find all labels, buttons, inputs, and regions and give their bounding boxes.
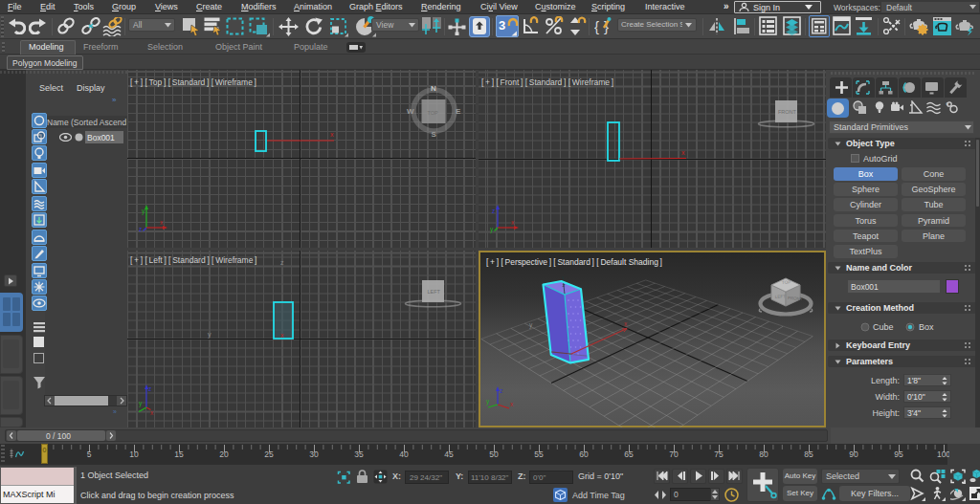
- svg-text:W: W: [407, 107, 414, 116]
- svg-text:z: z: [139, 226, 142, 232]
- svg-text:x: x: [511, 219, 515, 226]
- svg-text:{: {: [594, 18, 599, 34]
- svg-text:y: y: [139, 400, 143, 407]
- svg-text:TOP: TOP: [782, 280, 791, 285]
- svg-text:60: 60: [579, 449, 589, 459]
- svg-text:55: 55: [534, 449, 544, 459]
- svg-text:z: z: [148, 385, 151, 392]
- svg-text:z: z: [492, 208, 495, 214]
- svg-text:25: 25: [264, 449, 274, 459]
- svg-text:90: 90: [849, 449, 858, 459]
- svg-text:80: 80: [759, 449, 768, 459]
- svg-text:E: E: [456, 107, 461, 116]
- svg-text:10: 10: [129, 449, 139, 459]
- svg-text:LEFT: LEFT: [428, 289, 441, 295]
- svg-text:30: 30: [309, 449, 319, 459]
- svg-text:75: 75: [714, 449, 724, 459]
- svg-text:35: 35: [354, 449, 364, 459]
- svg-text:100: 100: [937, 449, 949, 459]
- svg-text:N: N: [431, 84, 436, 93]
- svg-text:65: 65: [624, 449, 634, 459]
- svg-text:70: 70: [669, 449, 679, 459]
- svg-text:FRONT: FRONT: [778, 109, 797, 115]
- svg-text:x: x: [150, 409, 154, 415]
- svg-text:40: 40: [399, 449, 409, 459]
- svg-text:x: x: [510, 401, 514, 407]
- svg-text:5: 5: [87, 449, 92, 459]
- svg-text:y: y: [208, 331, 212, 339]
- svg-text:LEFT: LEFT: [775, 294, 787, 299]
- svg-text:85: 85: [804, 449, 813, 459]
- svg-text:x: x: [280, 332, 284, 339]
- svg-text:x: x: [330, 131, 334, 138]
- svg-text:x: x: [258, 139, 261, 144]
- svg-text:45: 45: [444, 449, 454, 459]
- svg-text:TOP: TOP: [428, 110, 439, 116]
- svg-text:x: x: [624, 320, 628, 327]
- svg-text:S: S: [432, 130, 437, 139]
- svg-text:95: 95: [894, 449, 903, 459]
- svg-text:x: x: [160, 219, 164, 226]
- svg-text:x: x: [681, 149, 685, 156]
- svg-text:y: y: [490, 226, 494, 233]
- svg-text:z: z: [280, 259, 284, 266]
- svg-text:20: 20: [219, 449, 229, 459]
- svg-text:y: y: [486, 398, 490, 405]
- svg-text:50: 50: [489, 449, 499, 459]
- svg-text:15: 15: [174, 449, 184, 459]
- svg-text:z: z: [500, 387, 502, 394]
